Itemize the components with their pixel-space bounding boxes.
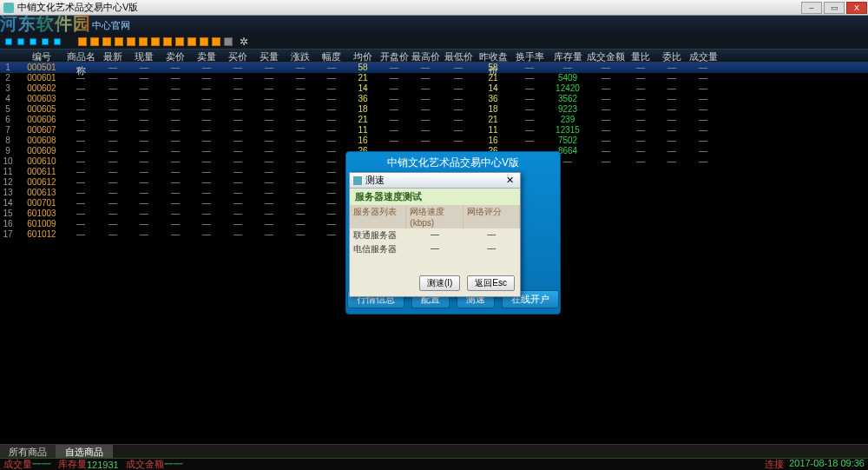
dialog-subtitle: 服务器速度测试	[350, 189, 520, 205]
col-speed: 网络速度(kbps)	[406, 205, 463, 228]
tool-small-2[interactable]	[17, 38, 24, 45]
table-row[interactable]: 4000603—————————36———36—3562————	[0, 94, 868, 104]
col-name[interactable]: 商品名称	[64, 50, 97, 62]
dialog-titlebar[interactable]: 测速 ✕	[350, 173, 520, 189]
status-time: 2017-08-18 09:36	[789, 458, 865, 470]
tool-small-1[interactable]	[5, 38, 12, 45]
col-code[interactable]: 编号	[19, 50, 64, 62]
minimize-button[interactable]: –	[801, 2, 822, 14]
server-name: 电信服务器	[350, 242, 406, 256]
col-ask[interactable]: 卖价	[160, 50, 191, 62]
col-low[interactable]: 最低价	[441, 50, 476, 62]
col-stock[interactable]: 库存量	[549, 50, 587, 62]
table-row[interactable]: 3000602—————————14———14—12420————	[0, 83, 868, 94]
tool-5[interactable]	[127, 37, 135, 46]
tool-small-5[interactable]	[54, 38, 61, 45]
col-last[interactable]: 最新	[97, 50, 128, 62]
col-turn[interactable]: 换手率	[510, 50, 549, 62]
close-button[interactable]: X	[846, 2, 867, 14]
server-name: 联通服务器	[350, 228, 406, 242]
dialog-table-header: 服务器列表 网络速度(kbps) 网络评分	[350, 205, 520, 228]
col-open[interactable]: 开盘价	[378, 50, 410, 62]
col-volratio[interactable]: 量比	[625, 50, 656, 62]
table-row[interactable]: 7000607—————————11———11—12315————	[0, 125, 868, 136]
dialog-title: 测速	[365, 174, 385, 187]
tool-11[interactable]	[200, 37, 208, 46]
tool-7[interactable]	[151, 37, 160, 46]
server-score: —	[464, 242, 520, 256]
table-row[interactable]: 6000606—————————21———21—239————	[0, 115, 868, 125]
server-row-2[interactable]: 电信服务器 — —	[350, 242, 520, 256]
col-amt[interactable]: 成交金额	[587, 50, 625, 62]
gear-icon[interactable]: ✲	[240, 36, 248, 48]
tool-9[interactable]	[175, 37, 184, 46]
col-totvol[interactable]: 成交量	[687, 50, 719, 62]
table-row[interactable]: 5000605—————————18———18—9223————	[0, 104, 868, 115]
window-titlebar: 中销文化艺术品交易中心V版 – ▭ X	[0, 0, 868, 16]
tool-4[interactable]	[115, 37, 123, 46]
col-commit[interactable]: 委比	[656, 50, 687, 62]
tool-8[interactable]	[163, 37, 172, 46]
speed-test-dialog: 测速 ✕ 服务器速度测试 服务器列表 网络速度(kbps) 网络评分 联通服务器…	[349, 172, 521, 297]
tool-2[interactable]	[90, 37, 99, 46]
tab-selected-products[interactable]: 自选商品	[56, 445, 113, 458]
col-vol[interactable]: 现量	[128, 50, 160, 62]
watermark-text: 河东软件园	[0, 12, 91, 36]
server-row-1[interactable]: 联通服务器 — —	[350, 228, 520, 242]
status-amt-label: 成交金额	[126, 458, 164, 470]
tool-1[interactable]	[78, 37, 87, 46]
server-speed: —	[406, 242, 463, 256]
login-title: 中销文化艺术品交易中心V版	[346, 152, 560, 174]
center-link[interactable]: 中心官网	[92, 19, 130, 32]
app-icon	[3, 3, 14, 13]
tool-3[interactable]	[102, 37, 111, 46]
col-score: 网络评分	[464, 205, 520, 228]
dialog-icon	[353, 176, 362, 185]
table-row[interactable]: 2000601—————————21———21—5409————	[0, 73, 868, 83]
status-vol-value: 一一	[32, 458, 51, 470]
col-pct[interactable]: 幅度	[316, 50, 347, 62]
tool-10[interactable]	[187, 37, 196, 46]
status-bar: 成交量 一一 库存量 121931 成交金额 一一 连接 2017-08-18 …	[0, 458, 868, 470]
col-bid[interactable]: 买价	[222, 50, 253, 62]
tab-all-products[interactable]: 所有商品	[0, 445, 56, 458]
server-score: —	[464, 228, 520, 242]
tool-small-4[interactable]	[42, 38, 49, 45]
col-chg[interactable]: 涨跌	[285, 50, 316, 62]
grid-headers: 编号 商品名称 最新 现量 卖价 卖量 买价 买量 涨跌 幅度 均价 开盘价 最…	[0, 49, 868, 63]
status-vol-label: 成交量	[3, 458, 32, 470]
tool-13[interactable]	[224, 37, 233, 46]
col-server: 服务器列表	[350, 205, 406, 228]
col-bidv[interactable]: 买量	[253, 50, 285, 62]
connection-status: 连接	[765, 458, 784, 470]
tool-small-3[interactable]	[30, 38, 36, 45]
server-speed: —	[406, 228, 463, 242]
bottom-tabs: 所有商品 自选商品	[0, 444, 868, 458]
status-stock-label: 库存量	[58, 458, 87, 470]
col-high[interactable]: 最高价	[410, 50, 441, 62]
test-speed-button[interactable]: 测速(I)	[419, 275, 460, 291]
col-pclose[interactable]: 昨收盘价	[476, 50, 510, 62]
status-stock-value: 121931	[87, 460, 119, 470]
col-askv[interactable]: 卖量	[191, 50, 222, 62]
col-avg[interactable]: 均价	[347, 50, 378, 62]
top-banner: 河东软件园 中心官网	[0, 16, 868, 35]
status-amt-value: 一一	[164, 458, 183, 470]
dialog-close-button[interactable]: ✕	[503, 175, 516, 186]
tool-12[interactable]	[212, 37, 220, 46]
table-row[interactable]: 1000501—————————58———58——————	[0, 63, 868, 73]
window-controls: – ▭ X	[800, 1, 868, 15]
toolbar: ✲	[0, 35, 868, 49]
tool-6[interactable]	[139, 37, 148, 46]
table-row[interactable]: 8000608—————————16———16—7502————	[0, 136, 868, 146]
maximize-button[interactable]: ▭	[824, 2, 845, 14]
back-button[interactable]: 返回Esc	[467, 275, 515, 291]
